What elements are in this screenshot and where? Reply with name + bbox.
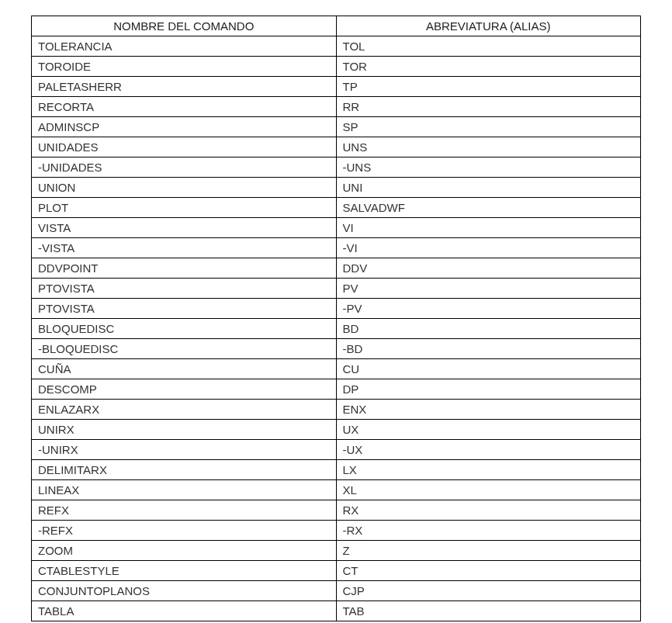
table-row: CUÑACU <box>32 359 641 379</box>
cell-alias: CU <box>336 359 641 379</box>
cell-alias: CJP <box>336 581 641 601</box>
table-row: DESCOMPDP <box>32 379 641 400</box>
cell-alias: Z <box>336 541 641 561</box>
cell-alias: TP <box>336 77 641 97</box>
table-row: DELIMITARXLX <box>32 460 641 480</box>
cell-alias: ENX <box>336 400 641 420</box>
cell-comando: UNIRX <box>32 420 337 440</box>
table-row: UNIRXUX <box>32 420 641 440</box>
table-row: VISTAVI <box>32 218 641 238</box>
table-row: TABLATAB <box>32 601 641 621</box>
table-row: TOLERANCIATOL <box>32 36 641 57</box>
table-row: RECORTARR <box>32 97 641 117</box>
cell-alias: SALVADWF <box>336 198 641 218</box>
cell-comando: CTABLESTYLE <box>32 561 337 581</box>
cell-comando: VISTA <box>32 218 337 238</box>
table-row: ENLAZARXENX <box>32 400 641 420</box>
cell-comando: TABLA <box>32 601 337 621</box>
cell-comando: DESCOMP <box>32 379 337 400</box>
cell-comando: CONJUNTOPLANOS <box>32 581 337 601</box>
cell-comando: -UNIRX <box>32 440 337 460</box>
cell-comando: -VISTA <box>32 238 337 258</box>
cell-comando: -REFX <box>32 521 337 541</box>
table-row: DDVPOINTDDV <box>32 258 641 279</box>
cell-alias: TOL <box>336 36 641 57</box>
cell-alias: LX <box>336 460 641 480</box>
cell-alias: UNS <box>336 137 641 157</box>
cell-alias: DDV <box>336 258 641 279</box>
header-alias: ABREVIATURA (ALIAS) <box>336 16 641 36</box>
table-row: LINEAXXL <box>32 480 641 500</box>
cell-alias: VI <box>336 218 641 238</box>
table-row: REFXRX <box>32 500 641 521</box>
cell-alias: TOR <box>336 57 641 77</box>
cell-alias: -UNS <box>336 157 641 178</box>
cell-alias: UNI <box>336 178 641 198</box>
cell-alias: CT <box>336 561 641 581</box>
cell-alias: -RX <box>336 521 641 541</box>
table-row: PALETASHERRTP <box>32 77 641 97</box>
cell-comando: PALETASHERR <box>32 77 337 97</box>
table-row: ZOOMZ <box>32 541 641 561</box>
cell-alias: -VI <box>336 238 641 258</box>
cell-comando: TOROIDE <box>32 57 337 77</box>
table-row: CTABLESTYLECT <box>32 561 641 581</box>
cell-alias: BD <box>336 319 641 339</box>
header-comando: NOMBRE DEL COMANDO <box>32 16 337 36</box>
table-row: PLOTSALVADWF <box>32 198 641 218</box>
cell-comando: RECORTA <box>32 97 337 117</box>
cell-comando: -BLOQUEDISC <box>32 339 337 359</box>
cell-comando: PTOVISTA <box>32 279 337 299</box>
table-header-row: NOMBRE DEL COMANDO ABREVIATURA (ALIAS) <box>32 16 641 36</box>
table-row: -UNIDADES-UNS <box>32 157 641 178</box>
table-row: -UNIRX-UX <box>32 440 641 460</box>
cell-comando: UNION <box>32 178 337 198</box>
cell-comando: TOLERANCIA <box>32 36 337 57</box>
table-row: TOROIDETOR <box>32 57 641 77</box>
cell-alias: -BD <box>336 339 641 359</box>
table-row: -REFX-RX <box>32 521 641 541</box>
cell-alias: -UX <box>336 440 641 460</box>
cell-alias: PV <box>336 279 641 299</box>
table-row: -VISTA-VI <box>32 238 641 258</box>
commands-table: NOMBRE DEL COMANDO ABREVIATURA (ALIAS) T… <box>31 16 641 621</box>
table-row: PTOVISTA-PV <box>32 299 641 319</box>
cell-alias: TAB <box>336 601 641 621</box>
cell-comando: REFX <box>32 500 337 521</box>
table-row: UNIDADESUNS <box>32 137 641 157</box>
cell-comando: CUÑA <box>32 359 337 379</box>
cell-comando: UNIDADES <box>32 137 337 157</box>
cell-alias: SP <box>336 117 641 137</box>
cell-comando: LINEAX <box>32 480 337 500</box>
cell-alias: XL <box>336 480 641 500</box>
table-row: PTOVISTAPV <box>32 279 641 299</box>
cell-comando: ZOOM <box>32 541 337 561</box>
table-row: CONJUNTOPLANOSCJP <box>32 581 641 601</box>
cell-comando: PTOVISTA <box>32 299 337 319</box>
cell-comando: -UNIDADES <box>32 157 337 178</box>
cell-alias: -PV <box>336 299 641 319</box>
cell-comando: DELIMITARX <box>32 460 337 480</box>
table-row: UNIONUNI <box>32 178 641 198</box>
cell-alias: RX <box>336 500 641 521</box>
table-row: ADMINSCPSP <box>32 117 641 137</box>
cell-alias: UX <box>336 420 641 440</box>
cell-comando: ENLAZARX <box>32 400 337 420</box>
cell-alias: DP <box>336 379 641 400</box>
cell-comando: ADMINSCP <box>32 117 337 137</box>
table-row: BLOQUEDISCBD <box>32 319 641 339</box>
cell-comando: BLOQUEDISC <box>32 319 337 339</box>
cell-comando: DDVPOINT <box>32 258 337 279</box>
cell-comando: PLOT <box>32 198 337 218</box>
table-row: -BLOQUEDISC-BD <box>32 339 641 359</box>
cell-alias: RR <box>336 97 641 117</box>
